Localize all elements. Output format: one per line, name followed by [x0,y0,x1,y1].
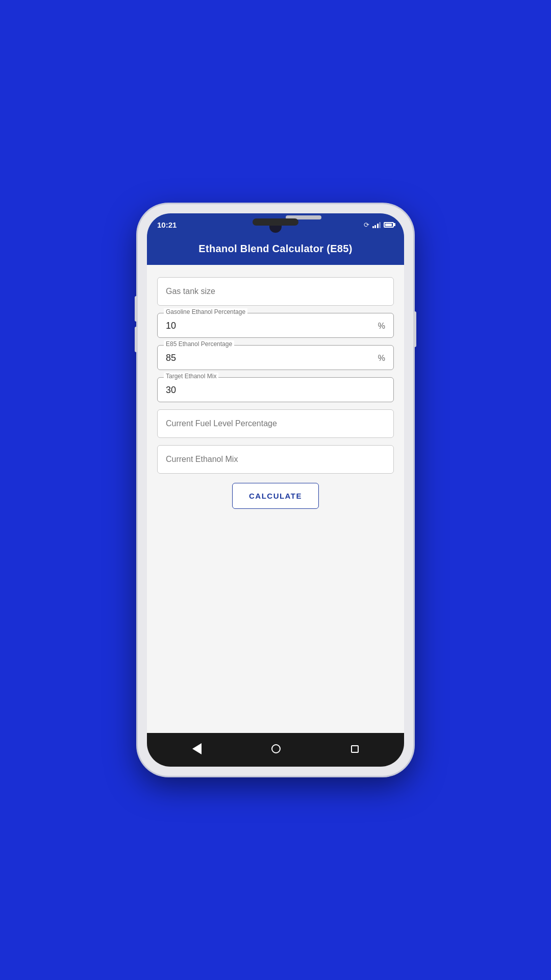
e85-ethanol-unit: % [378,354,385,363]
power-button [413,311,416,347]
nav-home-button[interactable] [269,742,283,755]
sync-icon: ⟳ [364,221,369,229]
calculate-button[interactable]: CALCULATE [232,483,319,509]
back-icon [192,743,202,754]
target-ethanol-input[interactable] [166,385,385,396]
signal-icon [372,221,381,228]
nav-bar [147,733,404,767]
volume-up-button [135,296,138,322]
e85-ethanol-label: E85 Ethanol Percentage [164,340,234,348]
status-time: 10:21 [157,220,177,229]
gasoline-ethanol-row: % [166,321,385,331]
gas-tank-size-input[interactable] [157,277,394,306]
main-content: Gasoline Ethanol Percentage % E85 Ethano… [147,265,404,733]
app-bar: Ethanol Blend Calculator (E85) [147,235,404,265]
target-ethanol-label: Target Ethanol Mix [164,373,218,380]
gasoline-ethanol-unit: % [378,322,385,331]
e85-ethanol-row: % [166,353,385,363]
phone-device: 10:21 ⟳ Ethanol Blend Calculator (E85) [138,204,413,776]
home-icon [271,744,281,753]
current-ethanol-mix-input[interactable] [157,445,394,474]
gasoline-ethanol-input[interactable] [166,321,378,331]
phone-screen: 10:21 ⟳ Ethanol Blend Calculator (E85) [147,213,404,767]
nav-recent-button[interactable] [349,743,361,755]
e85-ethanol-field: E85 Ethanol Percentage % [157,345,394,370]
app-title: Ethanol Blend Calculator (E85) [198,243,352,254]
target-ethanol-field: Target Ethanol Mix [157,377,394,402]
target-ethanol-row [166,385,385,396]
current-fuel-level-input[interactable] [157,409,394,438]
phone-home-bar [253,218,298,226]
e85-ethanol-input[interactable] [166,353,378,363]
battery-icon [384,222,394,228]
status-icons: ⟳ [364,221,394,229]
nav-back-button[interactable] [190,741,204,756]
recent-icon [351,745,359,753]
volume-down-button [135,327,138,352]
gasoline-ethanol-label: Gasoline Ethanol Percentage [164,308,247,315]
gasoline-ethanol-field: Gasoline Ethanol Percentage % [157,313,394,338]
battery-fill [385,224,392,226]
